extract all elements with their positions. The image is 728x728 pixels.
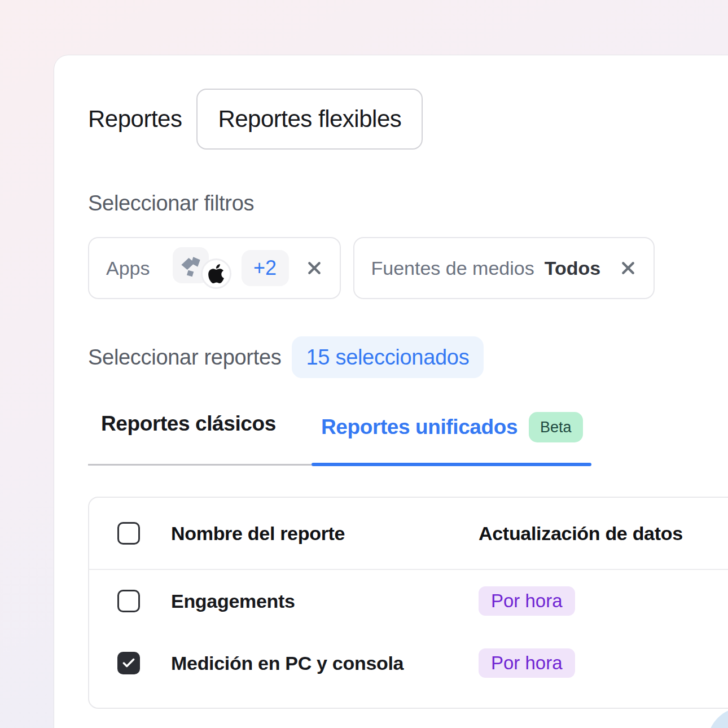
apps-filter-close-icon[interactable] — [306, 260, 323, 277]
tab-reportes-unificados[interactable]: Reportes unificados Beta — [321, 412, 583, 442]
main-panel: Reportes Reportes flexibles Seleccionar … — [54, 55, 728, 728]
media-sources-close-icon[interactable] — [620, 260, 637, 277]
column-header-name: Nombre del reporte — [171, 523, 479, 545]
select-all-checkbox[interactable] — [117, 522, 140, 545]
apps-filter-label: Apps — [106, 257, 150, 279]
table-header-row: Nombre del reporte Actualización de dato… — [89, 498, 728, 570]
apps-filter-chip[interactable]: Apps +2 — [88, 237, 341, 299]
reports-heading: Seleccionar reportes — [88, 345, 282, 370]
update-frequency-badge: Por hora — [479, 648, 575, 678]
report-name: Engagements — [171, 590, 479, 612]
apps-more-count-badge[interactable]: +2 — [242, 250, 289, 286]
page-title: Reportes — [88, 106, 182, 133]
tab-underline-active — [312, 463, 591, 466]
table-row[interactable]: Engagements Por hora — [89, 570, 728, 632]
tab-underline-inactive — [88, 464, 312, 466]
update-frequency-badge: Por hora — [479, 586, 575, 616]
tab-reportes-clasicos[interactable]: Reportes clásicos — [101, 412, 276, 436]
header: Reportes Reportes flexibles — [88, 89, 728, 150]
selected-count-badge[interactable]: 15 seleccionados — [292, 336, 484, 378]
row-checkbox-engagements[interactable] — [117, 590, 140, 612]
report-name: Medición en PC y consola — [171, 652, 479, 674]
media-sources-filter-chip[interactable]: Fuentes de medios Todos — [353, 237, 655, 299]
apple-icon — [201, 258, 231, 289]
row-checkbox-medicion[interactable] — [117, 652, 140, 674]
media-sources-label: Fuentes de medios — [371, 257, 534, 279]
report-type-selector[interactable]: Reportes flexibles — [196, 89, 423, 150]
filter-chips: Apps +2 — [88, 237, 728, 299]
beta-badge: Beta — [529, 412, 583, 442]
apps-filter-icons — [173, 247, 233, 289]
filters-heading: Seleccionar filtros — [88, 191, 728, 216]
column-header-update: Actualización de datos — [479, 523, 683, 545]
report-tabs: Reportes clásicos Reportes unificados Be… — [88, 412, 591, 466]
table-row[interactable]: Medición en PC y consola Por hora — [89, 632, 728, 694]
select-reports-row: Seleccionar reportes 15 seleccionados — [88, 336, 728, 378]
reports-table: Nombre del reporte Actualización de dato… — [88, 497, 728, 709]
media-sources-value: Todos — [545, 257, 600, 279]
